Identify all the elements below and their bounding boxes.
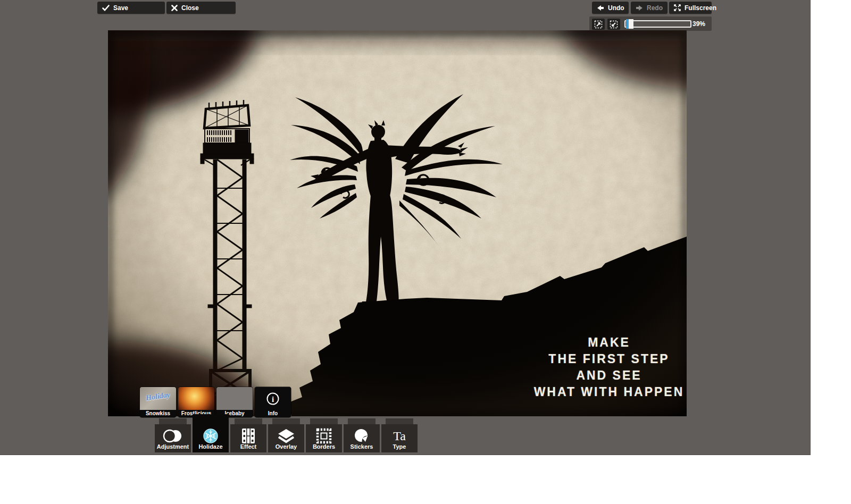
- redo-arrow-icon: [636, 5, 643, 11]
- tab-borders[interactable]: Borders: [306, 424, 342, 452]
- undo-arrow-icon: [597, 5, 604, 11]
- zoom-slider-track[interactable]: [624, 20, 691, 28]
- snowkiss-thumbnail: Holiday: [140, 387, 176, 410]
- save-button-label: Save: [113, 4, 128, 12]
- filmstrip-icon: [230, 427, 266, 444]
- tab-label: Overlay: [268, 443, 304, 450]
- holiday-script-logo: Holiday: [141, 390, 174, 403]
- photo-quote-text[interactable]: MAKE THE FIRST STEP AND SEE WHAT WITH HA…: [533, 334, 685, 400]
- zoom-panel: 39%: [589, 16, 712, 31]
- undo-button[interactable]: Undo: [592, 2, 629, 14]
- tab-label: Holidaze: [193, 443, 229, 450]
- stamp-frame-icon: [306, 427, 342, 444]
- preset-info[interactable]: i Info: [255, 387, 291, 417]
- undo-button-label: Undo: [608, 4, 624, 12]
- image-canvas[interactable]: MAKE THE FIRST STEP AND SEE WHAT WITH HA…: [108, 30, 687, 416]
- snowflake-icon: [193, 427, 229, 444]
- fullscreen-button[interactable]: Fullscreen: [669, 2, 712, 14]
- zoom-percent-value: 39%: [693, 20, 705, 28]
- tab-type[interactable]: Ta Type: [381, 424, 418, 452]
- check-icon: [102, 5, 110, 11]
- tab-label: Borders: [306, 443, 342, 450]
- tab-label: Type: [381, 443, 418, 450]
- close-button-label: Close: [181, 4, 199, 12]
- fullscreen-button-label: Fullscreen: [685, 4, 716, 12]
- tab-overlay[interactable]: Overlay: [268, 424, 304, 452]
- adjustment-circles-icon: [155, 427, 191, 444]
- tab-label: Stickers: [344, 443, 380, 450]
- info-icon: i: [266, 392, 280, 406]
- quote-line: THE FIRST STEP: [533, 351, 685, 367]
- icebaby-thumbnail: [216, 387, 253, 410]
- tab-stickers[interactable]: Stickers: [344, 424, 380, 452]
- tab-adjustment[interactable]: Adjustment: [155, 424, 191, 452]
- layers-icon: [268, 427, 304, 444]
- close-button[interactable]: Close: [166, 2, 236, 14]
- preset-label: Snowkiss: [140, 410, 176, 417]
- zoom-actual-icon: [610, 20, 618, 29]
- quote-line: AND SEE: [533, 367, 685, 384]
- preset-label: Info: [255, 410, 291, 417]
- redo-button-label: Redo: [647, 4, 663, 12]
- sticker-peel-icon: [344, 427, 380, 444]
- frostlicious-thumbnail: [178, 387, 214, 410]
- tab-label: Adjustment: [155, 443, 191, 450]
- fullscreen-expand-icon: [674, 4, 681, 11]
- tab-label: Effect: [230, 443, 266, 450]
- quote-line: MAKE: [533, 334, 685, 351]
- type-Ta-icon: Ta: [381, 427, 418, 444]
- photo-editor-app: Save Close Undo Redo Fullscreen: [0, 0, 851, 504]
- save-button[interactable]: Save: [97, 2, 165, 14]
- preset-snowkiss[interactable]: Holiday Snowkiss: [140, 387, 176, 417]
- zoom-slider-handle[interactable]: [626, 19, 633, 29]
- zoom-fit-screen-button[interactable]: [592, 19, 605, 30]
- tab-holidaze[interactable]: Holidaze: [193, 414, 229, 452]
- info-thumbnail: i: [255, 387, 291, 410]
- zoom-actual-size-button[interactable]: [607, 19, 620, 30]
- svg-text:i: i: [272, 395, 274, 404]
- preset-icebaby[interactable]: Icebaby: [216, 387, 253, 417]
- redo-button[interactable]: Redo: [631, 2, 668, 14]
- preset-frostlicious[interactable]: Frostlicious: [178, 387, 214, 417]
- tab-effect[interactable]: Effect: [230, 424, 266, 452]
- quote-line: WHAT WITH HAPPEN: [533, 384, 685, 400]
- close-x-icon: [171, 5, 178, 11]
- zoom-fit-icon: [594, 20, 603, 29]
